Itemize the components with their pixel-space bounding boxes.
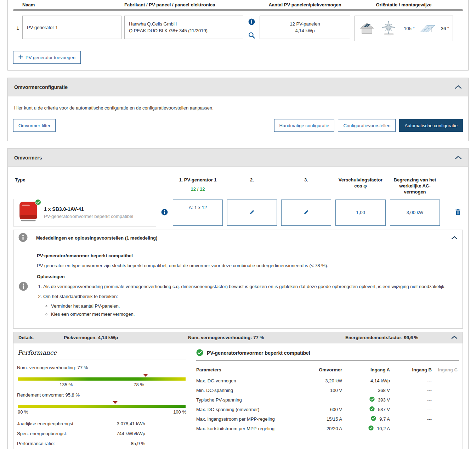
inverter-config-panel: Omvormerconfiguratie Hier kunt u de crit… (7, 78, 469, 141)
generator-name-field[interactable] (27, 25, 117, 30)
ok-check-icon (368, 425, 374, 432)
generator-name-input[interactable] (22, 16, 121, 39)
plus-icon (18, 55, 23, 60)
bar-tick: 135 % (60, 382, 73, 387)
compass-icon (380, 20, 397, 37)
column-header-orientatie: Oriëntatie / montagewijze (355, 1, 453, 7)
column-header-generator1: 1. PV-generator 1 12 / 12 (173, 177, 223, 192)
column-header-generator3: 3. (281, 177, 331, 183)
pv-table-header: Naam Fabrikant / PV-paneel / paneel-elek… (13, 1, 463, 7)
generator2-assignment-box[interactable] (227, 200, 277, 226)
panel-manufacturer: Hanwha Q.Cells GmbH (129, 21, 239, 27)
compatibility-title: PV-generator/omvormer beperkt compatibel (207, 350, 310, 356)
add-pv-generator-button[interactable]: PV-generator toevoegen (13, 51, 81, 64)
collapse-chevron-icon[interactable] (451, 336, 458, 339)
panel-select-box[interactable]: Hanwha Q.Cells GmbH Q.PEAK DUO BLK-G8+ 3… (124, 16, 243, 39)
param-row: Max. DC-vermogen 3,20 kW 4,14 kWp --- (196, 376, 459, 386)
performance-column: Performance Nom. vermogensverhouding: 77… (17, 349, 186, 449)
configuratievoorstellen-button[interactable]: Configuratievoorstellen (338, 119, 396, 132)
param-row: Typische PV-spanning 393 V --- (196, 395, 459, 405)
panel-info-icon[interactable] (248, 18, 255, 26)
inverters-body: Type 1. PV-generator 1 12 / 12 2. 3. Ver… (8, 167, 468, 449)
orientation-box[interactable]: -105 ° 36 ° (355, 16, 453, 41)
solution-subitem: Verminder het aantal PV-panelen. (51, 303, 458, 310)
edit-pencil-icon (249, 209, 255, 216)
sunny-design-page: Naam Fabrikant / PV-paneel / paneel-elek… (0, 0, 476, 449)
solutions-heading: Oplossingen (37, 274, 458, 280)
column-header-aantal: Aantal PV-panelen/piekvermogen (260, 1, 350, 7)
details-bar[interactable]: Details Piekvermogen: 4,14 kWp Nom. verm… (13, 332, 463, 343)
omvormer-filter-button[interactable]: Omvormer-filter (13, 119, 56, 132)
panel-model: Q.PEAK DUO BLK-G8+ 345 (11/2019) (129, 28, 239, 33)
param-row: Max. kortsluitstroom per MPP-regeling 20… (196, 424, 459, 433)
param-row: Max. ingangsstroom per MPP-regeling 15/1… (196, 414, 459, 424)
column-header-fabrikant: Fabrikant / PV-paneel / paneel-elektroni… (124, 1, 243, 7)
messages-body: PV-generator/omvormer beperkt compatibel… (13, 246, 463, 328)
tilt-panel-icon (420, 23, 436, 34)
automatische-configuratie-button[interactable]: Automatische configuratie (399, 119, 463, 132)
efficiency-bar-label: Rendement omvormer: 95,8 % (17, 392, 186, 398)
collapse-chevron-icon[interactable] (455, 156, 462, 159)
azimuth-value: -105 ° (402, 26, 415, 31)
messages-panel: Mededelingen en oplossingsvoorstellen (1… (13, 230, 463, 329)
ratio-bar-label: Nom. vermogensverhouding: 77 % (17, 365, 186, 370)
details-body: Performance Nom. vermogensverhouding: 77… (13, 343, 463, 449)
stat-row: Spec. energieopbrengst: 744 kWh/kWp (17, 431, 186, 436)
ok-check-icon (369, 397, 375, 403)
info-icon (19, 282, 28, 292)
ok-check-icon (371, 416, 376, 422)
message-heading: PV-generator/omvormer beperkt compatibel (37, 253, 458, 259)
cos-phi-box[interactable]: 1,00 (335, 200, 386, 226)
section-title: Omvormers (14, 155, 42, 161)
messages-header[interactable]: Mededelingen en oplossingsvoorstellen (1… (13, 230, 463, 246)
collapse-chevron-icon[interactable] (455, 85, 462, 89)
compatibility-column: PV-generator/omvormer beperkt compatibel… (196, 349, 459, 449)
pv-generator-row: 1 Hanwha Q.Cells GmbH Q.PEAK DUO BLK-G8+… (13, 16, 463, 41)
generator1-assignment-box[interactable]: A: 1 x 12 (173, 200, 223, 226)
handmatige-configuratie-button[interactable]: Handmatige configuratie (274, 119, 335, 132)
panel-count-box[interactable]: 12 PV-panelen 4,14 kWp (260, 16, 350, 39)
inverter-card[interactable]: 1 x SB3.0-1AV-41 PV-generator/omvormer b… (13, 199, 156, 226)
config-description: Hier kunt u de criteria voor de automati… (14, 105, 463, 111)
peak-power: 4,14 kWp (295, 28, 315, 33)
inverter-status: PV-generator/omvormer beperkt compatibel (44, 214, 133, 219)
assigned-panels-count: 12 / 12 (173, 186, 223, 192)
panel-search-icon[interactable] (248, 32, 255, 40)
inverter-info-icon[interactable] (161, 209, 168, 217)
solution-item: Om het standaardbereik te bereiken: Verm… (43, 293, 458, 318)
inverter-row: 1 x SB3.0-1AV-41 PV-generator/omvormer b… (13, 199, 463, 226)
energy-factor-summary: Energierendementsfactor: 99,6 % (345, 335, 451, 340)
generator3-assignment-box[interactable] (281, 200, 331, 226)
stat-row: Performance ratio: 85,9 % (17, 441, 186, 446)
ok-check-icon (369, 406, 375, 412)
param-row: Max. DC-spanning (omvormer) 600 V 537 V … (196, 405, 459, 414)
bar-tick: 90 % (18, 409, 28, 415)
solution-item: Als de vermogensverhouding (nominale ver… (43, 284, 458, 290)
inverter-config-section-header[interactable]: Omvormerconfiguratie (8, 78, 468, 96)
bar-marker-icon (113, 401, 118, 404)
inverter-device-image (18, 201, 38, 224)
ok-check-icon (35, 199, 41, 206)
table-scrollbar[interactable] (13, 9, 463, 11)
inverter-table-header: Type 1. PV-generator 1 12 / 12 2. 3. Ver… (13, 172, 463, 199)
params-table-header: Parameters Omvormer Ingang A Ingang B In… (196, 365, 459, 375)
nominal-ratio-summary: Nom. vermogensverhouding: 77 % (188, 335, 345, 340)
ratio-gradient-bar: 135 % 78 % (17, 374, 186, 390)
collapse-chevron-icon[interactable] (451, 236, 458, 240)
details-label: Details (18, 335, 64, 340)
messages-title: Mededelingen en oplossingsvoorstellen (1… (36, 235, 443, 241)
message-text: PV-generator en type omvormer zijn slech… (37, 263, 458, 269)
ok-check-icon (196, 349, 203, 357)
panel-count: 12 PV-panelen (290, 21, 320, 27)
column-header-type: Type (13, 177, 156, 183)
bar-tick: 78 % (134, 382, 144, 387)
inverters-section-header[interactable]: Omvormers (8, 148, 468, 167)
column-header-naam: Naam (22, 1, 121, 7)
inverter-name: 1 x SB3.0-1AV-41 (44, 206, 133, 212)
delete-inverter-icon[interactable] (455, 209, 461, 217)
row-number: 1 (13, 16, 22, 31)
column-header-generator2: 2. (227, 177, 277, 183)
ac-limit-box[interactable]: 3,00 kW (390, 200, 440, 226)
efficiency-gradient-bar: 90 % 100 % (17, 401, 186, 417)
stat-row: Jaarlijkse energieopbrengst: 3.078,41 kW… (17, 421, 186, 426)
